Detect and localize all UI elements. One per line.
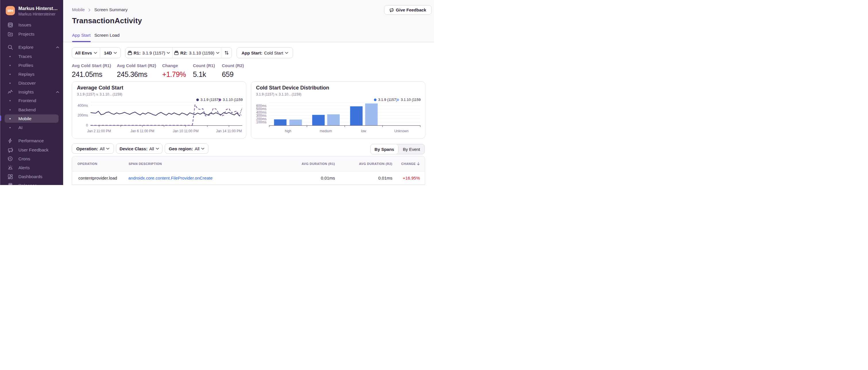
svg-text:3.1.9 (1157): 3.1.9 (1157) [378,98,397,102]
svg-text:high: high [285,129,291,133]
svg-text:3.1.10 (1159: 3.1.10 (1159 [223,98,243,102]
svg-text:3.1.10 (1159: 3.1.10 (1159 [401,98,421,102]
svg-text:3.1.9 (1157): 3.1.9 (1157) [200,98,220,102]
svg-text:200ms: 200ms [78,113,88,117]
svg-text:Jan 14 11:00 PM: Jan 14 11:00 PM [216,129,242,133]
svg-text:medium: medium [320,129,332,133]
svg-text:Jan 10 11:00 PM: Jan 10 11:00 PM [173,129,198,133]
svg-text:0: 0 [86,123,88,127]
svg-text:Unknown: Unknown [394,129,408,133]
svg-text:400ms: 400ms [78,104,88,107]
svg-text:Jan 2 11:00 PM: Jan 2 11:00 PM [87,129,111,133]
svg-text:600ms: 600ms [256,104,267,108]
svg-text:Jan 6 11:00 PM: Jan 6 11:00 PM [130,129,154,133]
svg-text:low: low [361,129,366,133]
